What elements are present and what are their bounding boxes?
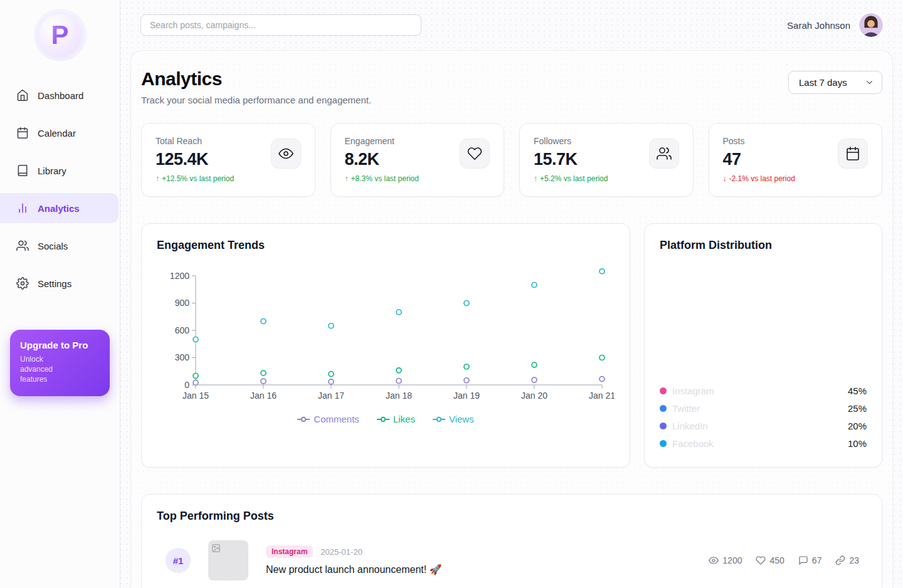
- top-posts-card: Top Performing Posts #1 Instagram 2025-0…: [141, 494, 882, 588]
- platform-label: Instagram: [672, 386, 842, 396]
- legend-label: Likes: [393, 414, 415, 424]
- shares-stat: 23: [835, 555, 859, 565]
- delta-text: +8.3% vs last period: [351, 174, 419, 183]
- period-select[interactable]: Last 7 days: [788, 71, 882, 94]
- delta-arrow: ↑: [345, 174, 349, 183]
- stat-info: Posts 47 ↓ -2.1% vs last period: [723, 136, 795, 183]
- platform-distribution-card: Platform Distribution Instagram 45% Twit…: [644, 223, 882, 468]
- page-subtitle: Track your social media performance and …: [141, 95, 371, 105]
- user-name: Sarah Johnson: [787, 20, 850, 31]
- stat-label: Total Reach: [156, 136, 234, 146]
- stat-info: Engagement 8.2K ↑ +8.3% vs last period: [345, 136, 419, 183]
- logo-letter: P: [51, 22, 68, 48]
- top-posts-title: Top Performing Posts: [157, 510, 867, 523]
- legend-line-icon: [377, 416, 389, 423]
- chart-legend: Comments Likes Views: [157, 414, 615, 424]
- delta-text: -2.1% vs last period: [729, 174, 795, 183]
- svg-text:Jan 21: Jan 21: [589, 391, 615, 401]
- platform-percent: 25%: [848, 403, 867, 414]
- gear-icon: [16, 277, 29, 290]
- post-thumbnail: [208, 540, 248, 580]
- avatar-image: [859, 13, 883, 37]
- svg-text:0: 0: [184, 380, 189, 390]
- users-icon: [16, 239, 29, 252]
- stat-delta: ↑ +5.2% vs last period: [534, 174, 608, 183]
- heart-icon: [460, 139, 490, 169]
- legend-label: Comments: [314, 414, 359, 424]
- delta-text: +12.5% vs last period: [162, 174, 234, 183]
- twitter-dot: [660, 405, 667, 412]
- app-root: P Dashboard Calendar Library: [0, 0, 903, 588]
- sidebar-item-dashboard[interactable]: Dashboard: [0, 80, 120, 110]
- user-menu: Sarah Johnson: [787, 13, 883, 37]
- app-logo[interactable]: P: [0, 0, 120, 68]
- legend-comments[interactable]: Comments: [297, 414, 359, 424]
- views-stat: 1200: [709, 555, 742, 565]
- instagram-dot: [660, 387, 667, 394]
- platform-percent: 10%: [848, 438, 867, 449]
- post-stats: 1200 450 67 23: [709, 555, 867, 565]
- stat-card-followers: Followers 15.7K ↑ +5.2% vs last period: [519, 123, 694, 197]
- post-text: New product launch announcement! 🚀: [266, 564, 691, 575]
- svg-text:600: 600: [175, 325, 190, 335]
- sidebar-item-calendar[interactable]: Calendar: [0, 118, 120, 148]
- sidebar-item-label: Analytics: [38, 203, 80, 214]
- legend-row-linkedin: LinkedIn 20%: [660, 419, 867, 432]
- platform-percent: 20%: [848, 421, 867, 431]
- main-area: Sarah Johnson An: [120, 0, 903, 588]
- stat-card-engagement: Engagement 8.2K ↑ +8.3% vs last period: [330, 123, 505, 197]
- sidebar-item-label: Settings: [38, 278, 71, 289]
- post-meta: Instagram 2025-01-20: [266, 545, 691, 558]
- stat-card-total-reach: Total Reach 125.4K ↑ +12.5% vs last peri…: [141, 123, 315, 197]
- views-count: 1200: [722, 555, 742, 565]
- linkedin-dot: [660, 423, 667, 429]
- book-icon: [16, 164, 29, 177]
- calendar-icon: [838, 139, 868, 169]
- legend-row-instagram: Instagram 45%: [660, 384, 867, 397]
- delta-arrow: ↓: [723, 174, 727, 183]
- platform-label: LinkedIn: [672, 421, 842, 431]
- upgrade-subtitle: Unlock advanced features: [20, 354, 70, 385]
- sidebar-item-settings[interactable]: Settings: [0, 268, 120, 298]
- avatar[interactable]: [859, 13, 883, 37]
- bar-chart-icon: [16, 202, 29, 214]
- post-row[interactable]: #1 Instagram 2025-01-20 New product laun…: [157, 540, 867, 580]
- rank-badge: #1: [166, 548, 191, 573]
- page-header: Analytics Track your social media perfor…: [141, 68, 882, 105]
- legend-row-twitter: Twitter 25%: [660, 402, 867, 414]
- chart-title: Platform Distribution: [660, 239, 867, 252]
- stat-delta: ↓ -2.1% vs last period: [723, 174, 795, 183]
- sidebar-item-label: Library: [38, 165, 66, 176]
- chart-title: Engagement Trends: [157, 239, 615, 252]
- post-date: 2025-01-20: [320, 547, 362, 557]
- page-header-text: Analytics Track your social media perfor…: [141, 68, 371, 105]
- stat-value: 15.7K: [534, 150, 608, 169]
- upgrade-pro-card[interactable]: Upgrade to Pro Unlock advanced features: [10, 330, 110, 396]
- delta-text: +5.2% vs last period: [540, 174, 608, 183]
- eye-icon: [271, 139, 301, 169]
- image-icon: [211, 543, 221, 553]
- svg-text:Jan 20: Jan 20: [521, 391, 547, 401]
- shares-count: 23: [849, 555, 859, 565]
- search-input[interactable]: [140, 14, 421, 36]
- page-title: Analytics: [141, 68, 371, 90]
- legend-line-icon: [297, 416, 310, 423]
- legend-likes[interactable]: Likes: [377, 414, 415, 424]
- stat-info: Total Reach 125.4K ↑ +12.5% vs last peri…: [156, 136, 234, 183]
- svg-text:Jan 18: Jan 18: [386, 391, 412, 401]
- users-icon: [649, 139, 679, 169]
- sidebar-item-label: Calendar: [38, 128, 76, 139]
- sidebar-item-socials[interactable]: Socials: [0, 231, 120, 261]
- legend-row-facebook: Facebook 10%: [660, 437, 867, 449]
- charts-row: Engagement Trends 03006009001200Jan 15Ja…: [141, 223, 882, 468]
- stat-delta: ↑ +12.5% vs last period: [156, 174, 234, 183]
- sidebar-item-library[interactable]: Library: [0, 155, 120, 186]
- platform-percent: 45%: [848, 386, 867, 396]
- legend-views[interactable]: Views: [433, 414, 474, 424]
- platform-pie: [660, 252, 867, 384]
- platform-label: Facebook: [672, 438, 842, 449]
- period-select-value: Last 7 days: [799, 77, 847, 88]
- comments-stat: 67: [798, 555, 822, 565]
- sidebar-item-analytics[interactable]: Analytics: [0, 193, 119, 223]
- svg-text:Jan 16: Jan 16: [250, 391, 277, 401]
